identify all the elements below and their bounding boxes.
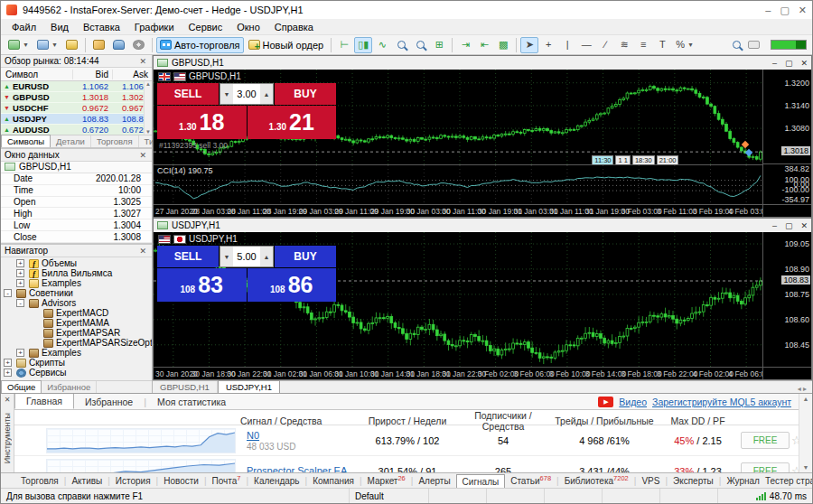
autotrade-button[interactable]: Авто-торговля [156,37,244,53]
chart-close-button[interactable]: ✕ [800,221,808,230]
tab-signals-main[interactable]: Главная [14,394,74,409]
market-watch-button[interactable] [89,37,108,53]
shift-end-button[interactable]: ⇥ [456,37,474,53]
chat-icon[interactable] [748,41,760,49]
templates-button[interactable]: ▩ [494,37,512,53]
channel-button[interactable]: ≡ [634,37,652,53]
volume-input[interactable]: 5.00 [233,247,260,266]
symbol-row-eurusd[interactable]: ▲EURUSD 1.10621.1065 [1,81,152,92]
favorite-star-icon[interactable]: ☆ [791,434,799,447]
signal-name-link[interactable]: Prospector Scalper EA [247,465,347,472]
tab-vps[interactable]: VPS [636,475,665,487]
chart-tab-usdjpy[interactable]: USDJPY,H1 [218,380,280,393]
market-watch-close-icon[interactable]: ✕ [137,57,148,66]
tile-windows-button[interactable]: ⊞ [430,37,448,53]
tab-news[interactable]: Новости [158,475,204,487]
free-button[interactable]: FREE [741,432,790,449]
volume-up-button[interactable]: ▲ [260,84,273,104]
market-watch-scrollbar[interactable]: ▲▼ [144,81,152,135]
tree-item-advisor-examples[interactable]: +Examples [1,348,152,358]
chart-close-button[interactable]: ✕ [800,59,808,68]
tab-signals-mystats[interactable]: Моя статистика [146,395,237,409]
tab-history[interactable]: История [110,475,156,487]
tab-symbols[interactable]: Символы [1,135,51,147]
tab-codebase[interactable]: Библиотека7202 [559,473,634,487]
symbol-row-usdjpy[interactable]: ▲USDJPY 108.83108.86 [1,114,152,125]
buy-button[interactable]: BUY [275,246,336,267]
tab-trading[interactable]: Торговля [91,135,139,147]
close-button[interactable]: ✕ [799,5,807,16]
tab-alerts[interactable]: Алерты [413,475,455,487]
sell-price[interactable]: 10883 [157,268,247,302]
symbol-row-usdchf[interactable]: ▼USDCHF 0.96720.9675 [1,103,152,114]
zoom-in-button[interactable] [392,37,410,53]
arrows-button[interactable]: %▼ [672,37,697,53]
symbol-row-gbpusd[interactable]: ▼GBPUSD 1.30181.3021 [1,92,152,103]
tab-signals-favorites[interactable]: Избранное [74,395,144,409]
tree-item-examples[interactable]: +Examples [1,278,152,288]
signal-name-link[interactable]: N0 [247,430,295,441]
zoom-out-button[interactable] [411,37,429,53]
tab-favorites[interactable]: Избранное [42,381,97,393]
signal-row-prospector[interactable]: Prospector Scalper EA 301.54% / 91 265 3… [14,456,799,472]
tree-item-expertmacd[interactable]: ExpertMACD [1,308,152,318]
new-chart-button[interactable]: ▼ [5,37,33,53]
volume-down-button[interactable]: ▼ [220,247,233,266]
tree-item-expertmapsarsizeoptim[interactable]: ExpertMAPSARSizeOptim [1,338,152,348]
tree-item-expertmapsar[interactable]: ExpertMAPSAR [1,328,152,338]
profiles-button[interactable]: ▼ [33,37,61,53]
gbpusd-cci-pane[interactable]: CCI(14) 190.75 [154,164,762,204]
tree-item-bill-williams[interactable]: +Билла Вильямса [1,268,152,278]
data-window-close-icon[interactable]: ✕ [137,151,148,160]
buy-price[interactable]: 10886 [248,268,337,302]
bars-view-button[interactable]: ⊢ [335,37,353,53]
register-mql5-link[interactable]: Зарегистрируйте MQL5 аккаунт [652,397,791,407]
candles-view-button[interactable]: ▯▮ [354,37,372,53]
navigator-button[interactable] [129,37,148,53]
tab-experts[interactable]: Эксперты [668,475,719,487]
toolbox-close-icon[interactable]: ✕ [5,394,11,406]
menu-insert[interactable]: Вставка [76,20,127,34]
tab-scroll-arrows[interactable]: ◂ ▸ [798,385,812,393]
line-view-button[interactable]: ∿ [373,37,391,53]
volume-down-button[interactable]: ▼ [220,84,233,104]
signal-row-n0[interactable]: N0 48 033 USD 613.79% / 102 54 4 968 /61… [14,425,799,456]
free-button[interactable]: FREE [741,462,790,472]
navigator-close-icon[interactable]: ✕ [137,247,148,256]
algo-trading-settings-button[interactable] [62,37,81,53]
tree-item-expertmama[interactable]: ExpertMAMA [1,318,152,328]
buy-button[interactable]: BUY [275,83,336,105]
text-button[interactable]: T [653,37,671,53]
vertical-line-button[interactable]: | [558,37,576,53]
tab-details[interactable]: Детали [51,135,91,147]
favorite-star-icon[interactable]: ☆ [791,464,799,472]
tab-mail[interactable]: Почта7 [207,473,247,487]
volume-up-button[interactable]: ▲ [260,247,273,266]
menu-help[interactable]: Справка [267,20,321,34]
data-window-button[interactable] [109,37,128,53]
tree-item-services[interactable]: +Сервисы [1,368,152,378]
search-icon[interactable] [733,41,741,49]
tab-common[interactable]: Общие [1,380,42,393]
sell-price[interactable]: 1.3018 [157,106,247,139]
gbpusd-price-pane[interactable]: GBPUSD,H1 SELL ▼ 3.00 ▲ [154,70,762,164]
menu-tools[interactable]: Сервис [182,20,230,34]
menu-window[interactable]: Окно [229,20,267,34]
tab-calendar[interactable]: Календарь [248,475,304,487]
chart-tab-gbpusd[interactable]: GBPUSD,H1 [153,381,218,393]
tree-item-volumes[interactable]: +Объемы [1,258,152,268]
maximize-button[interactable]: ▢ [780,5,789,16]
ping-value[interactable]: 48.70 ms [770,491,807,501]
tree-item-advisors-root[interactable]: -Советники [1,288,152,298]
tab-trade[interactable]: Торговля [15,475,64,487]
tab-assets[interactable]: Активы [66,475,107,487]
youtube-icon[interactable]: ▶ [598,397,613,407]
menu-charts[interactable]: Графики [127,20,182,34]
crosshair-button[interactable]: + [539,37,557,53]
tree-item-advisors[interactable]: -Advisors [1,298,152,308]
status-profile[interactable]: Default [350,489,429,503]
horizontal-line-button[interactable]: — [577,37,595,53]
strategy-tester-label[interactable]: Тестер стратегий [765,476,813,486]
auto-scroll-button[interactable]: ⇤ [475,37,493,53]
symbol-row-audusd[interactable]: ▲AUDUSD 0.67200.6723 [1,125,152,135]
